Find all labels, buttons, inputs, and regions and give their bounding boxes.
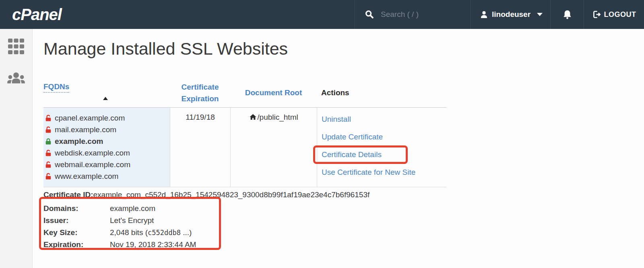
fqdn-item: www.example.com	[45, 170, 170, 182]
sort-ascending-icon	[103, 97, 108, 100]
user-menu[interactable]: linodeuser	[471, 0, 550, 29]
fqdn-item: cpanel.example.com	[45, 112, 170, 124]
column-header-fqdns[interactable]: FQDNs	[43, 78, 170, 91]
chevron-down-icon	[537, 13, 543, 16]
column-header-document-root[interactable]: Document Root	[230, 88, 317, 97]
username: linodeuser	[492, 10, 530, 19]
fqdn-domain: example.com	[55, 137, 103, 146]
certificate-id-row: Certificate ID:example_com_c552d_16b25_1…	[43, 190, 644, 200]
bell-icon	[562, 9, 573, 20]
certificate-id-value: example_com_c552d_16b25_1542594823_9300d…	[93, 190, 370, 199]
search-input[interactable]	[381, 10, 457, 19]
certificate-id-label: Certificate ID:	[43, 190, 93, 199]
key-size-label: Key Size:	[43, 227, 110, 239]
document-root-value: /public_html	[257, 113, 298, 122]
detail-row-expiration: Expiration: Nov 19, 2018 2:33:44 AM	[43, 239, 644, 251]
document-root-cell: /public_html	[230, 108, 317, 187]
issuer-label: Issuer:	[43, 215, 110, 227]
fqdn-item: mail.example.com	[45, 124, 170, 135]
unlock-icon	[45, 161, 52, 168]
certificate-expiration-value: 11/19/18	[170, 108, 230, 187]
domains-label: Domains:	[43, 203, 110, 215]
search-icon	[365, 10, 374, 19]
table-row: cpanel.example.com mail.example.com exam…	[43, 108, 446, 187]
certificate-summary: Domains: example.com Issuer: Let's Encry…	[43, 203, 644, 251]
fqdns-cell: cpanel.example.com mail.example.com exam…	[43, 108, 170, 187]
lock-icon	[45, 138, 52, 145]
key-size-value: 2,048 bits (c552ddb8 ...)	[110, 227, 192, 239]
fqdn-domain: cpanel.example.com	[55, 114, 125, 123]
fqdn-item: example.com	[45, 135, 170, 147]
detail-row-issuer: Issuer: Let's Encrypt	[43, 215, 644, 227]
sidebar-home-button[interactable]	[8, 39, 24, 55]
domains-value: example.com	[110, 203, 155, 215]
logout-button[interactable]: LOGOUT	[584, 0, 644, 29]
logout-icon	[592, 10, 601, 19]
group-icon	[7, 72, 25, 85]
action-use-certificate-link[interactable]: Use Certificate for New Site	[322, 164, 446, 181]
cpanel-page: cPanel linodeuser LOGOUT	[0, 0, 644, 268]
fqdn-domain: www.example.com	[55, 172, 118, 181]
fqdn-item: webdisk.example.com	[45, 147, 170, 159]
logout-label: LOGOUT	[604, 10, 636, 19]
home-icon	[249, 113, 257, 121]
unlock-icon	[45, 126, 52, 133]
fqdn-item: webmail.example.com	[45, 159, 170, 170]
search-section	[355, 0, 471, 29]
table-header-row: FQDNs Certificate Expiration Document Ro…	[43, 78, 446, 108]
unlock-icon	[45, 173, 52, 180]
column-header-actions: Actions	[317, 88, 446, 97]
page-title: Manage Installed SSL Websites	[43, 39, 644, 59]
expiration-value: Nov 19, 2018 2:33:44 AM	[110, 239, 196, 251]
actions-cell: Uninstall Update Certificate Certificate…	[317, 108, 446, 187]
fqdns-header-label[interactable]: FQDNs	[43, 82, 69, 93]
cpanel-logo[interactable]: cPanel	[12, 6, 62, 24]
notifications-button[interactable]	[550, 0, 584, 29]
action-uninstall-link[interactable]: Uninstall	[322, 110, 446, 128]
unlock-icon	[45, 149, 52, 157]
user-icon	[480, 10, 488, 19]
column-header-certificate-expiration[interactable]: Certificate Expiration	[170, 81, 230, 104]
expiration-label: Expiration:	[43, 239, 110, 251]
fqdn-domain: mail.example.com	[55, 125, 116, 134]
sidebar	[0, 29, 33, 268]
main-content: Manage Installed SSL Websites FQDNs Cert…	[33, 29, 644, 268]
action-certificate-details-link[interactable]: Certificate Details	[322, 146, 446, 164]
action-update-certificate-link[interactable]: Update Certificate	[322, 128, 446, 146]
detail-row-domains: Domains: example.com	[43, 203, 644, 215]
topbar: cPanel linodeuser LOGOUT	[0, 0, 644, 29]
grid-icon	[8, 39, 24, 55]
fqdn-domain: webmail.example.com	[55, 160, 130, 169]
key-fingerprint: c552ddb8	[148, 229, 181, 237]
sidebar-user-manager-button[interactable]	[7, 72, 25, 85]
issuer-value: Let's Encrypt	[110, 215, 154, 227]
unlock-icon	[45, 115, 52, 122]
fqdn-domain: webdisk.example.com	[55, 149, 130, 158]
detail-row-key-size: Key Size: 2,048 bits (c552ddb8 ...)	[43, 227, 644, 239]
ssl-websites-table: FQDNs Certificate Expiration Document Ro…	[43, 78, 446, 187]
